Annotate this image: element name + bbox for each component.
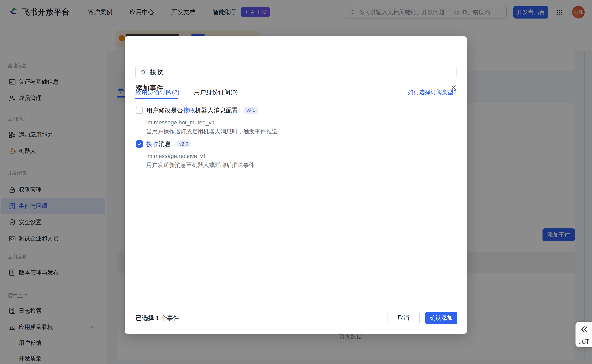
check-icon — [137, 141, 142, 147]
expand-panel-control[interactable]: 展开 — [575, 322, 592, 347]
checkbox-unchecked[interactable] — [136, 107, 143, 114]
double-chevron-left-icon — [580, 325, 589, 334]
event-title: 用户修改是否接收机器人消息配置 — [146, 106, 238, 115]
event-row-bot-muted[interactable]: 用户修改是否接收机器人消息配置 v2.0 im.message.bot_mute… — [136, 106, 277, 135]
cancel-button[interactable]: 取消 — [387, 312, 420, 324]
checkbox-checked[interactable] — [136, 140, 143, 148]
event-description: 当用户操作退订或启用机器人消息时，触发事件推送 — [146, 128, 277, 135]
search-match-highlight: 接收 — [146, 140, 158, 147]
event-row-message-receive[interactable]: 接收消息 v2.0 im.message.receive_v1 用户发送新消息至… — [136, 139, 255, 169]
add-event-modal: 添加事件 应用身份订阅(2) 用户身份订阅(0) 如何选择订阅类型? 用户修改是… — [125, 36, 467, 334]
tab-active-indicator — [135, 98, 178, 99]
event-description: 用户发送新消息至机器人或群聊后推送事件 — [146, 162, 255, 169]
expand-label: 展开 — [575, 338, 592, 345]
tab-user-subscription[interactable]: 用户身份订阅(0) — [194, 88, 238, 97]
version-badge: v2.0 — [244, 107, 258, 114]
search-match-highlight: 接收 — [183, 107, 195, 114]
event-search-input[interactable] — [150, 68, 452, 76]
tabs-divider — [135, 99, 457, 99]
tab-app-subscription[interactable]: 应用身份订阅(2) — [135, 88, 179, 97]
version-badge: v2.0 — [177, 140, 191, 147]
subscription-tabs: 应用身份订阅(2) 用户身份订阅(0) 如何选择订阅类型? — [135, 85, 457, 99]
confirm-add-button[interactable]: 确认添加 — [425, 312, 457, 324]
event-code: im.message.bot_muted_v1 — [146, 119, 277, 126]
event-title: 接收消息 — [146, 140, 171, 148]
selected-count-text: 已选择 1 个事件 — [136, 312, 179, 324]
search-icon — [140, 69, 147, 75]
event-search-field[interactable] — [135, 66, 457, 78]
subscription-help-link[interactable]: 如何选择订阅类型? — [408, 88, 457, 96]
event-code: im.message.receive_v1 — [146, 153, 255, 160]
